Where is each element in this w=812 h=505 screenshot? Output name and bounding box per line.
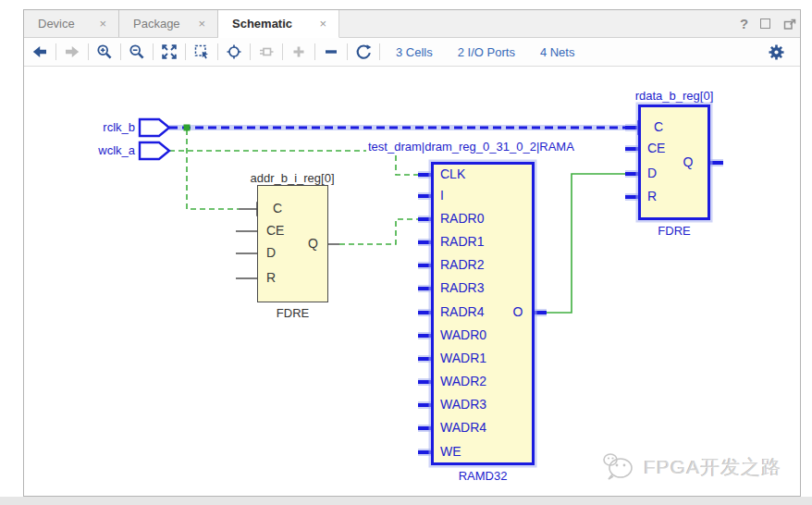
ram-pin-we[interactable]: WE [440,444,461,459]
ram-pin-radr4[interactable]: RADR4 [440,304,484,319]
rdata-reg-pin-d[interactable]: D [647,166,657,180]
ram-type-label: RAMD32 [431,469,535,483]
port-wclk-a-symbol[interactable] [140,142,169,159]
net-rclk-b-branch[interactable] [184,125,240,210]
rdata-reg-pin-q[interactable]: Q [679,154,697,169]
rdata-reg-pin-c[interactable]: C [654,119,663,134]
ram-pin-radr1[interactable]: RADR1 [440,234,484,249]
ram-pin-wadr3[interactable]: WADR3 [440,397,486,412]
ram-pin-radr3[interactable]: RADR3 [440,280,484,295]
schematic-window: Device × Package × Schematic × ? [0,0,812,505]
ram-pin-radr2[interactable]: RADR2 [440,257,484,272]
port-rclk-b-label[interactable]: rclk_b [55,120,135,134]
net-ram-o[interactable] [547,174,626,313]
addr-reg-pin-c[interactable]: C [273,201,282,216]
ram-pin-wadr1[interactable]: WADR1 [440,351,486,365]
ram-pin-clk[interactable]: CLK [440,166,465,181]
rdata-reg-type-label: FDRE [638,224,710,238]
rdata-reg-pin-ce[interactable]: CE [647,141,665,155]
addr-reg-pin-q[interactable]: Q [298,236,318,251]
rdata-reg-instance-label[interactable]: rdata_b_reg[0] [606,89,743,103]
watermark-text: FPGA开发之路 [644,454,781,480]
addr-reg-pin-d[interactable]: D [266,245,276,260]
ram-pin-wadr2[interactable]: WADR2 [440,374,486,388]
schematic-canvas-wires [0,0,812,505]
addr-reg-pin-ce[interactable]: CE [266,223,284,238]
addr-reg-instance-label[interactable]: addr_b_i_reg[0] [228,171,357,185]
ram-pin-i[interactable]: I [440,188,444,203]
watermark: FPGA开发之路 [601,452,781,482]
ram-pin-wadr0[interactable]: WADR0 [440,327,486,342]
ram-pin-o[interactable]: O [511,304,525,319]
wechat-logo-icon [601,452,636,482]
port-rclk-b-symbol[interactable] [140,119,169,136]
addr-reg-pin-r[interactable]: R [266,270,276,285]
net-addr-q[interactable] [339,219,418,244]
ram-pin-wadr4[interactable]: WADR4 [440,420,486,435]
net-junction-dot [184,125,191,131]
port-wclk-a-label[interactable]: wclk_a [55,143,135,157]
ram-pin-radr0[interactable]: RADR0 [440,211,484,226]
rdata-reg-pin-r[interactable]: R [647,189,657,203]
ram-instance-label[interactable]: test_dram|dram_reg_0_31_0_2|RAMA [366,140,576,154]
addr-reg-type-label: FDRE [257,306,328,320]
